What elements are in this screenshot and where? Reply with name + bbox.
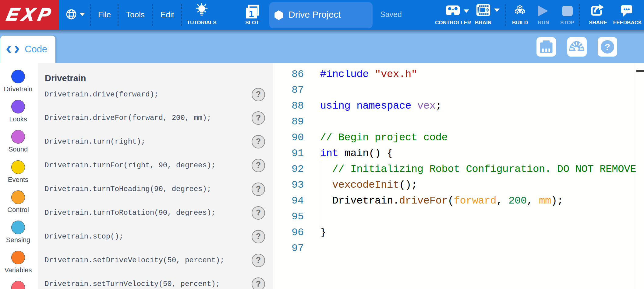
svg-text:?: ? — [605, 42, 610, 52]
svg-text:1: 1 — [249, 9, 254, 19]
